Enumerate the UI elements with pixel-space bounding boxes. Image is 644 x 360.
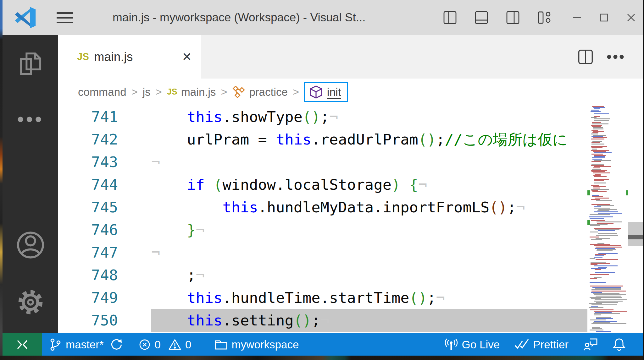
prettier-status[interactable]: Prettier xyxy=(514,338,569,351)
line-number: 749 xyxy=(58,286,118,309)
account-icon[interactable] xyxy=(15,230,46,261)
code-line[interactable]: this.hundleTime.startTime();¬ xyxy=(151,286,587,309)
feedback-button[interactable] xyxy=(583,337,598,352)
split-editor-icon[interactable] xyxy=(577,49,594,65)
window-title: main.js - myworkspace (Workspace) - Visu… xyxy=(113,11,366,24)
code-line[interactable]: ;¬ xyxy=(151,264,587,286)
customize-layout-icon[interactable] xyxy=(536,10,552,25)
folder-icon xyxy=(214,338,228,351)
tab-close-icon[interactable]: ✕ xyxy=(182,50,192,64)
breadcrumb-separator: > xyxy=(221,86,227,98)
close-button[interactable] xyxy=(626,13,636,22)
toggle-sidebar-icon[interactable] xyxy=(442,10,458,25)
line-number-gutter: 741742743744745746747748749750 xyxy=(58,106,118,332)
sync-icon xyxy=(109,338,123,352)
line-number: 750 xyxy=(58,309,118,332)
warnings-icon xyxy=(168,338,181,351)
warning-count: 0 xyxy=(185,338,191,351)
code-line[interactable]: this.hundleMyData.inportFromLS();¬ xyxy=(151,196,587,219)
line-number: 746 xyxy=(58,219,118,241)
settings-gear-icon[interactable] xyxy=(15,287,46,319)
line-number: 744 xyxy=(58,173,118,196)
breadcrumb-separator: > xyxy=(131,86,138,98)
code-line[interactable]: if (window.localStorage) {¬ xyxy=(151,173,587,196)
overview-ruler-mark xyxy=(587,220,590,225)
more-views-icon[interactable]: ••• xyxy=(17,116,44,123)
editor-group: JS main.js ✕ xyxy=(58,35,643,333)
breadcrumb-item-init[interactable]: init xyxy=(304,82,348,102)
activity-bar: ••• xyxy=(3,35,58,333)
overview-ruler-mark xyxy=(626,190,628,195)
breadcrumb-separator: > xyxy=(156,86,162,98)
branch-name: master* xyxy=(66,338,104,351)
line-number: 748 xyxy=(58,264,118,286)
vscode-logo-icon xyxy=(14,6,36,29)
js-file-icon: JS xyxy=(167,87,177,97)
git-branch-status[interactable]: master* xyxy=(49,338,104,352)
code-line[interactable]: this.setting();¬ xyxy=(151,309,587,332)
code-line[interactable]: this.showType();¬ xyxy=(151,106,587,128)
go-live-button[interactable]: Go Live xyxy=(444,338,500,352)
title-bar: main.js - myworkspace (Workspace) - Visu… xyxy=(3,0,643,35)
minimap[interactable] xyxy=(587,105,628,333)
tab-main-js[interactable]: JS main.js ✕ xyxy=(58,35,201,79)
status-bar: master* 0 0 xyxy=(3,333,643,356)
notifications-bell-icon[interactable] xyxy=(613,337,626,352)
js-file-icon: JS xyxy=(77,51,89,63)
line-number: 742 xyxy=(58,128,118,151)
workspace-name: myworkspace xyxy=(232,338,299,351)
more-actions-icon[interactable] xyxy=(606,54,625,60)
git-branch-icon xyxy=(49,338,62,352)
tab-bar: JS main.js ✕ xyxy=(58,35,643,79)
line-number: 741 xyxy=(58,106,118,128)
code-line[interactable]: }¬ xyxy=(151,219,587,241)
vertical-scrollbar[interactable] xyxy=(628,105,643,333)
explorer-icon[interactable] xyxy=(16,50,45,80)
remote-icon xyxy=(15,338,30,351)
breadcrumb-separator: > xyxy=(293,86,299,98)
code-line[interactable]: ¬ xyxy=(151,151,587,173)
feedback-person-icon xyxy=(583,337,598,352)
breadcrumb-item-js[interactable]: js xyxy=(143,86,151,98)
breadcrumb-item-practice[interactable]: practice xyxy=(232,86,288,98)
workspace-status[interactable]: myworkspace xyxy=(214,338,299,351)
symbol-class-icon xyxy=(232,86,245,98)
screen: main.js - myworkspace (Workspace) - Visu… xyxy=(0,0,644,360)
breadcrumb-item-main-js[interactable]: JS main.js xyxy=(167,86,216,98)
wallpaper-right-sliver xyxy=(643,0,644,360)
remote-indicator[interactable] xyxy=(3,333,42,356)
line-number: 747 xyxy=(58,241,118,264)
wallpaper-left-sliver xyxy=(0,0,3,360)
tab-label: main.js xyxy=(94,50,133,64)
minimize-button[interactable] xyxy=(572,13,582,22)
errors-icon xyxy=(138,338,151,351)
scrollbar-thumb[interactable] xyxy=(628,222,643,246)
line-number: 743 xyxy=(58,151,118,173)
error-count: 0 xyxy=(155,338,161,351)
sync-status[interactable] xyxy=(109,338,123,352)
code-editor[interactable]: 741742743744745746747748749750 this.show… xyxy=(58,105,643,333)
breadcrumb-item-command[interactable]: command xyxy=(78,86,126,98)
double-check-icon xyxy=(514,338,529,351)
symbol-method-cube-icon xyxy=(309,85,323,99)
broadcast-icon xyxy=(444,338,458,352)
code-line[interactable]: ¬ xyxy=(151,241,587,264)
vscode-window: main.js - myworkspace (Workspace) - Visu… xyxy=(3,0,643,356)
code-lines: this.showType();¬ urlPram = this.readUrl… xyxy=(151,106,587,332)
problems-status[interactable]: 0 0 xyxy=(138,338,192,351)
overview-ruler-mark xyxy=(587,190,590,195)
scrollbar-selection-marker xyxy=(628,235,643,239)
toggle-panel-icon[interactable] xyxy=(474,10,489,25)
breadcrumb: command > js > JS main.js > xyxy=(58,79,643,105)
code-line[interactable]: urlPram = this.readUrlPram();//この場所は仮に xyxy=(151,128,587,151)
maximize-button[interactable] xyxy=(599,13,609,22)
menu-hamburger-icon[interactable] xyxy=(57,12,73,23)
toggle-secondary-sidebar-icon[interactable] xyxy=(505,10,521,25)
wallpaper-bottom-sliver xyxy=(0,356,644,360)
line-number: 745 xyxy=(58,196,118,219)
